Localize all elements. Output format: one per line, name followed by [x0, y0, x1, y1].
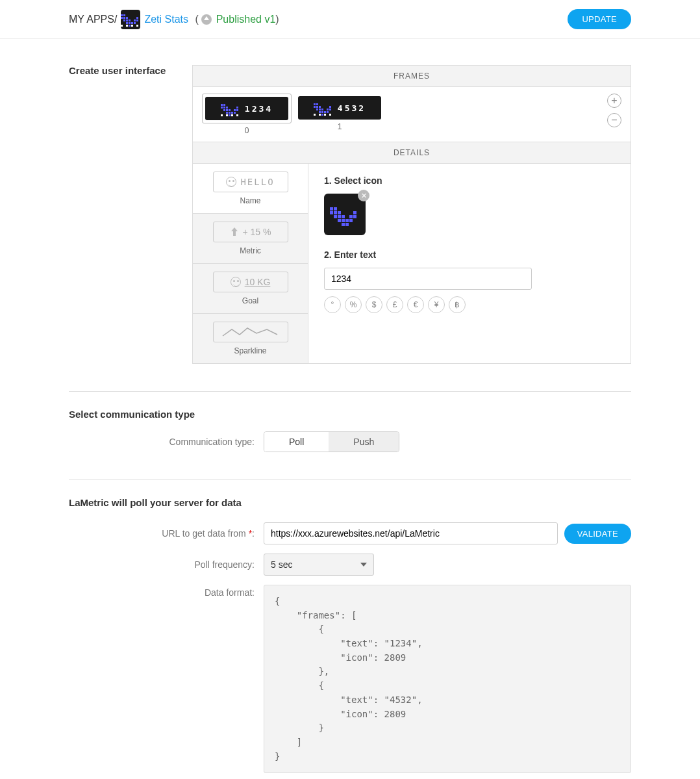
symbol-button[interactable]: ฿ [449, 296, 466, 313]
breadcrumb: MY APPS/ Zeti Stats ( Published v1) [69, 10, 279, 29]
url-input[interactable] [264, 522, 558, 544]
publish-status: ( Published v1) [192, 14, 279, 25]
validate-button[interactable]: VALIDATE [564, 524, 631, 544]
frame-item[interactable]: 12340 [202, 94, 292, 135]
url-label: URL to get data from *: [69, 528, 264, 539]
frame-type-metric[interactable]: + 15 %Metric [193, 214, 308, 264]
frame-type-label: Goal [199, 296, 301, 305]
comm-type-toggle: Poll Push [264, 431, 399, 452]
update-button[interactable]: UPDATE [568, 9, 631, 29]
data-format-code: { "frames": [ { "text": "1234", "icon": … [264, 585, 631, 773]
poll-freq-value: 5 sec [271, 559, 292, 570]
step-enter-text: 2. Enter text [324, 249, 615, 260]
frame-type-goal[interactable]: 10 KGGoal [193, 264, 308, 314]
remove-frame-button[interactable]: − [607, 113, 621, 127]
step-select-icon: 1. Select icon [324, 175, 615, 186]
frame-text-input[interactable] [324, 268, 532, 290]
sparkline-icon [221, 326, 280, 338]
icon-preview[interactable]: ✕ [324, 194, 366, 235]
comm-poll-button[interactable]: Poll [264, 432, 329, 452]
frame-type-name[interactable]: HELLOName [193, 164, 308, 214]
symbol-button[interactable]: £ [386, 296, 403, 313]
frame-text: 1234 [245, 104, 273, 114]
data-format-label: Data format: [69, 585, 264, 598]
breadcrumb-root[interactable]: MY APPS/ [69, 14, 117, 25]
frames-header: FRAMES [193, 66, 631, 87]
symbol-button[interactable]: % [345, 296, 362, 313]
app-name-link[interactable]: Zeti Stats [144, 14, 188, 25]
chevron-down-icon [360, 563, 367, 567]
details-header: DETAILS [193, 142, 631, 164]
ui-editor-panel: FRAMES 1234045321 + − DETAILS HELLOName+… [192, 65, 631, 364]
remove-icon-button[interactable]: ✕ [358, 190, 369, 201]
frame-type-label: Name [199, 196, 301, 205]
frame-type-label: Metric [199, 246, 301, 255]
symbol-button[interactable]: ¥ [428, 296, 445, 313]
frame-type-sparkline[interactable]: Sparkline [193, 314, 308, 363]
frame-index: 0 [202, 126, 292, 135]
poll-freq-select[interactable]: 5 sec [264, 554, 374, 576]
symbol-button[interactable]: € [407, 296, 424, 313]
frame-icon [314, 101, 334, 116]
smiley-icon [231, 277, 241, 287]
arrow-up-icon [230, 227, 239, 236]
add-frame-button[interactable]: + [607, 94, 621, 108]
section-title-comm: Select communication type [69, 409, 631, 420]
frame-type-label: Sparkline [199, 346, 301, 355]
comm-type-label: Communication type: [69, 437, 264, 447]
section-title-poll: LaMetric will poll your server for data [69, 497, 631, 508]
frame-text: 4532 [338, 103, 366, 113]
smiley-icon [226, 177, 236, 187]
frame-item[interactable]: 45321 [298, 94, 381, 135]
section-title-ui: Create user interface [69, 65, 173, 76]
publish-icon [201, 14, 212, 25]
frame-icon [221, 101, 241, 116]
symbol-button[interactable]: ° [324, 296, 341, 313]
symbol-button[interactable]: $ [366, 296, 382, 313]
app-icon [121, 10, 140, 29]
frame-index: 1 [298, 122, 381, 131]
poll-freq-label: Poll frequency: [69, 559, 264, 570]
comm-push-button[interactable]: Push [329, 432, 399, 452]
